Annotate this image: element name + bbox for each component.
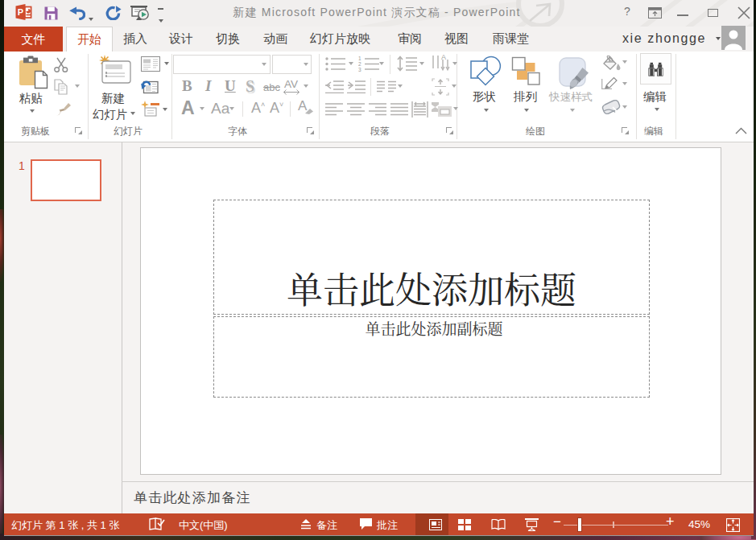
svg-text:2: 2 [358,61,361,67]
svg-text:A: A [441,55,446,61]
svg-text:3: 3 [358,67,361,72]
